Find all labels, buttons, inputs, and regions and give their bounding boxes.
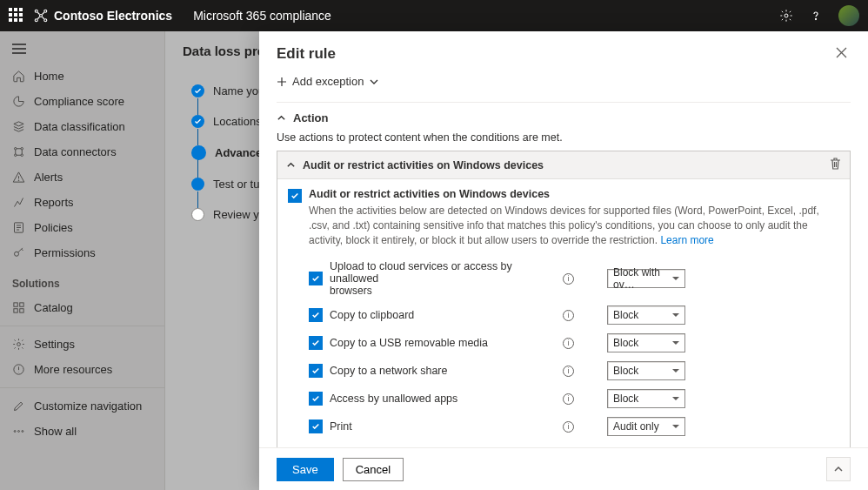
activity-checkbox[interactable] (309, 420, 323, 433)
action-box-header[interactable]: Audit or restrict activities on Windows … (277, 151, 850, 178)
step-complete-icon (191, 84, 204, 97)
cancel-button[interactable]: Cancel (343, 458, 404, 481)
svg-point-4 (44, 19, 47, 22)
activity-row: PrintiAudit only (309, 413, 839, 440)
info-icon[interactable]: i (563, 310, 574, 321)
learn-more-link[interactable]: Learn more (660, 234, 713, 246)
activity-action-select[interactable]: Block (607, 361, 685, 380)
activity-label: Access by unallowed apps (330, 393, 556, 405)
audit-restrict-checkbox[interactable] (288, 189, 302, 203)
checkbox-label: Audit or restrict activities on Windows … (309, 188, 839, 200)
activity-action-select[interactable]: Block with ov… (607, 269, 685, 288)
activity-row: Upload to cloud services or access by un… (309, 256, 839, 301)
info-icon[interactable]: i (563, 273, 574, 285)
save-button[interactable]: Save (277, 458, 334, 481)
brand-logo-icon (33, 8, 49, 23)
svg-point-0 (40, 15, 43, 17)
activity-action-select[interactable]: Block (607, 305, 685, 325)
activity-label: Upload to cloud services or access by un… (330, 260, 556, 297)
activity-action-select[interactable]: Block (607, 389, 685, 408)
svg-point-1 (35, 10, 37, 12)
activity-action-select[interactable]: Block (607, 333, 685, 352)
plus-icon (277, 77, 287, 87)
chevron-up-icon (277, 113, 286, 123)
activity-checkbox[interactable] (309, 364, 323, 378)
edit-rule-panel: Edit rule Add exception Action Use actio… (259, 31, 868, 490)
activity-row: Copy to a USB removable mediaiBlock (309, 329, 839, 357)
svg-point-6 (815, 18, 816, 19)
activity-label: Print (330, 420, 556, 433)
info-icon[interactable]: i (563, 338, 574, 349)
user-avatar[interactable] (838, 5, 859, 26)
brand-name: Contoso Electronics (54, 9, 172, 23)
activity-label: Copy to a network share (330, 365, 556, 377)
app-launcher-icon[interactable] (9, 8, 24, 23)
step-complete-icon (191, 115, 204, 128)
info-icon[interactable]: i (563, 393, 574, 405)
top-bar: Contoso Electronics Microsoft 365 compli… (0, 0, 868, 31)
activity-checkbox[interactable] (309, 336, 323, 350)
help-icon[interactable] (809, 9, 823, 23)
action-helper-text: Use actions to protect content when the … (277, 130, 851, 151)
activity-row: Copy to a network shareiBlock (309, 357, 839, 385)
close-panel-button[interactable] (832, 44, 851, 64)
checkbox-description: When the activities below are detected o… (309, 204, 839, 247)
scroll-to-top-button[interactable] (826, 457, 851, 481)
activity-action-select[interactable]: Audit only (607, 417, 685, 436)
delete-action-button[interactable] (830, 158, 841, 172)
svg-point-2 (44, 10, 47, 12)
activity-label: Copy to clipboard (330, 309, 556, 321)
app-name: Microsoft 365 compliance (193, 9, 331, 23)
panel-title: Edit rule (277, 45, 832, 63)
activity-row: Copy to clipboardiBlock (309, 301, 839, 329)
action-section-header[interactable]: Action (277, 102, 851, 130)
chevron-up-icon (286, 160, 296, 170)
step-upcoming-icon (191, 178, 204, 191)
info-icon[interactable]: i (563, 366, 574, 377)
activity-checkbox[interactable] (309, 308, 323, 322)
svg-point-3 (35, 19, 37, 22)
activity-row: Access by unallowed appsiBlock (309, 385, 839, 413)
activity-label: Copy to a USB removable media (330, 337, 556, 349)
add-exception-button[interactable]: Add exception (277, 71, 851, 97)
activity-checkbox[interactable] (309, 392, 323, 406)
action-box: Audit or restrict activities on Windows … (277, 151, 851, 447)
info-icon[interactable]: i (563, 421, 574, 433)
step-upcoming-icon (191, 208, 204, 221)
chevron-down-icon (369, 77, 379, 87)
settings-gear-icon[interactable] (779, 9, 793, 23)
activity-checkbox[interactable] (309, 272, 323, 285)
step-current-icon (191, 145, 206, 160)
svg-point-5 (785, 14, 788, 17)
